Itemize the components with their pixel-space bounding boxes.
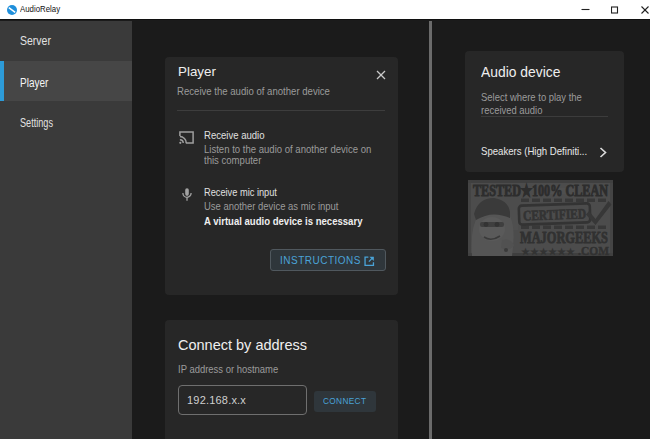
svg-text:CERTIFIED: CERTIFIED: [523, 205, 587, 223]
svg-text:.COM: .COM: [578, 245, 609, 256]
svg-text:★★★★★★: ★★★★★★: [521, 246, 576, 257]
svg-text:TESTED★100% CLEAN: TESTED★100% CLEAN: [473, 182, 608, 199]
